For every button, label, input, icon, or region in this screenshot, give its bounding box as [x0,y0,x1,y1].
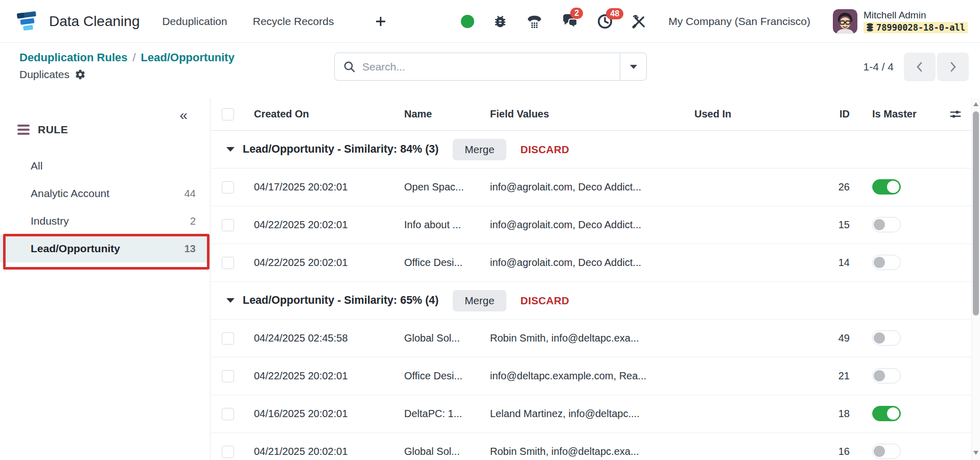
cell-field-values: info@agrolait.com, Deco Addict... [481,219,685,231]
database-name-badge: 78990028-18-0-all [864,22,968,33]
group-label: Lead/Opportunity - Similarity: 84% (3) [243,143,438,156]
row-checkbox-cell [211,257,245,269]
duplicates-list: Created On Name Field Values Used In ID … [211,98,971,460]
avatar[interactable] [833,9,857,34]
search-bar [334,53,647,81]
cell-is-master [863,368,940,384]
sidebar-item-count: 13 [184,243,196,255]
table-row[interactable]: 04/16/2025 20:02:01 DeltaPC: 1... Leland… [211,395,971,433]
column-field-values[interactable]: Field Values [481,108,685,120]
phone-icon[interactable] [526,13,543,30]
row-checkbox[interactable] [222,446,234,458]
header-checkbox-cell [211,108,245,120]
sidebar-item-industry[interactable]: Industry 2 [0,207,210,235]
cell-name: Office Desi... [395,370,481,382]
group-header-row[interactable]: Lead/Opportunity - Similarity: 84% (3) M… [211,131,971,168]
sidebar-item-lead-opportunity[interactable]: Lead/Opportunity 13 [0,235,210,262]
cell-field-values: Leland Martinez, info@deltapc.... [481,408,685,420]
cell-id: 26 [832,181,863,193]
menu-deduplication[interactable]: Deduplication [162,15,227,28]
is-master-toggle[interactable] [872,255,901,270]
cell-name: Office Desi... [395,257,481,269]
cell-id: 21 [832,370,863,382]
sidebar-item-all[interactable]: All [0,152,210,180]
cell-field-values: Robin Smith, info@deltapc.exa... [481,446,685,457]
user-info: Mitchell Admin 78990028-18-0-all [864,10,968,33]
cell-is-master [863,179,940,196]
app-logo-funnel-icon[interactable] [15,9,40,34]
is-master-toggle[interactable] [872,368,901,383]
chat-icon[interactable]: 2 [561,13,578,30]
column-name[interactable]: Name [395,108,481,120]
menu-recycle-records[interactable]: Recycle Records [253,15,334,28]
is-master-toggle[interactable] [872,330,901,346]
sidebar-item-analytic-account[interactable]: Analytic Account 44 [0,180,210,207]
row-checkbox[interactable] [222,181,234,193]
table-row[interactable]: 04/24/2025 02:45:58 Global Sol... Robin … [211,320,971,357]
cell-created-on: 04/21/2025 20:02:01 [245,446,395,457]
scrollbar-thumb[interactable] [973,111,979,316]
search-input[interactable] [362,61,620,73]
sidebar-item-label: Lead/Opportunity [31,243,120,255]
cell-id: 14 [832,257,863,269]
merge-button[interactable]: Merge [453,290,506,311]
user-menu[interactable]: Mitchell Admin 78990028-18-0-all [833,9,968,34]
column-created-on[interactable]: Created On [245,108,395,120]
cell-name: Info about ... [395,219,481,231]
select-all-checkbox[interactable] [222,108,234,120]
cell-name: Global Sol... [395,332,481,344]
discard-button[interactable]: DISCARD [521,143,570,156]
cell-is-master [863,444,940,459]
sidebar-collapse-icon[interactable]: « [179,107,188,124]
page-subtitle-row: Duplicates [19,68,86,81]
plus-icon[interactable] [375,15,387,28]
group-collapse-caret-icon[interactable] [226,147,235,152]
is-master-toggle[interactable] [872,406,901,421]
cell-id: 49 [832,332,863,344]
breadcrumb-deduplication-rules[interactable]: Deduplication Rules [19,51,127,64]
is-master-toggle[interactable] [872,179,901,195]
group-collapse-caret-icon[interactable] [226,298,235,303]
pager-next-button[interactable] [937,53,969,81]
hamburger-icon [17,125,30,135]
cell-is-master [863,217,940,233]
row-checkbox[interactable] [222,257,234,269]
table-row[interactable]: 04/17/2025 20:02:01 Open Spac... info@ag… [211,168,971,206]
rule-sidebar: « RULE All Analytic Account 44 Industry … [0,98,211,460]
column-settings-sliders-icon[interactable] [949,108,962,121]
row-checkbox[interactable] [222,332,234,345]
search-dropdown-caret-icon[interactable] [620,53,646,80]
settings-gear-icon[interactable] [75,69,86,80]
online-status-icon[interactable] [461,15,474,28]
scrollbar-down-arrow-icon[interactable] [973,451,978,455]
merge-button[interactable]: Merge [453,139,506,160]
app-title[interactable]: Data Cleaning [49,13,139,30]
row-checkbox[interactable] [222,370,234,382]
cell-field-values: info@agrolait.com, Deco Addict... [481,257,685,269]
is-master-toggle[interactable] [872,217,901,232]
group-header-row[interactable]: Lead/Opportunity - Similarity: 65% (4) M… [211,282,971,320]
column-used-in[interactable]: Used In [685,108,832,120]
table-row[interactable]: 04/22/2025 20:02:01 Info about ... info@… [211,206,971,244]
user-name[interactable]: Mitchell Admin [864,10,968,21]
database-name: 78990028-18-0-all [876,22,965,33]
table-row[interactable]: 04/22/2025 20:02:01 Office Desi... info@… [211,357,971,395]
vertical-scrollbar[interactable] [971,98,980,460]
company-switcher[interactable]: My Company (San Francisco) [668,15,810,28]
bug-icon[interactable] [493,14,508,29]
discard-button[interactable]: DISCARD [521,295,570,307]
activities-clock-icon[interactable]: 48 [597,13,613,30]
pager-range: 1-4 / 4 [863,61,894,73]
row-checkbox[interactable] [222,219,234,231]
tools-icon[interactable] [632,14,647,29]
top-navbar: Data Cleaning Deduplication Recycle Reco… [0,0,980,43]
table-row[interactable]: 04/22/2025 20:02:01 Office Desi... info@… [211,244,971,282]
row-checkbox[interactable] [222,408,234,420]
column-id[interactable]: ID [832,108,863,120]
scrollbar-up-arrow-icon[interactable] [973,102,978,106]
table-row[interactable]: 04/21/2025 20:02:01 Global Sol... Robin … [211,433,971,460]
column-is-master[interactable]: Is Master [863,108,940,120]
activities-badge: 48 [606,8,623,19]
is-master-toggle[interactable] [872,444,901,459]
pager-previous-button[interactable] [904,53,936,81]
